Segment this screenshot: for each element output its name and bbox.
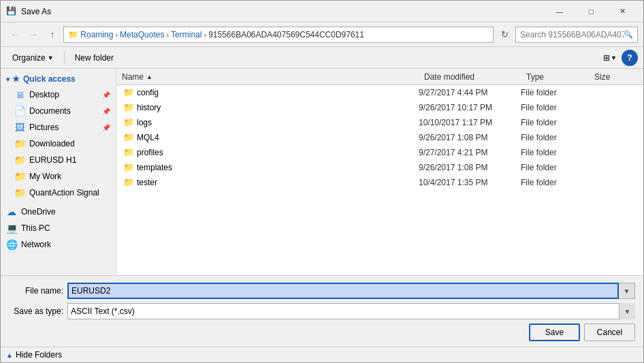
file-name-cell: tester bbox=[137, 178, 419, 187]
quick-access-header[interactable]: ▾ ★ Quick access bbox=[1, 72, 116, 86]
breadcrumb-metaquotes[interactable]: MetaQuotes bbox=[120, 30, 164, 40]
folder-icon: 📁 bbox=[123, 117, 134, 128]
sidebar-item-network[interactable]: 🌐 Network bbox=[1, 236, 116, 253]
address-bar: ← → ↑ 📁 Roaming › MetaQuotes › Terminal … bbox=[1, 22, 643, 47]
view-options-button[interactable]: ⊞ ▼ bbox=[600, 50, 620, 66]
refresh-button[interactable]: ↻ bbox=[496, 27, 513, 43]
col-header-size[interactable]: Size bbox=[589, 69, 643, 85]
help-button[interactable]: ? bbox=[622, 50, 638, 66]
table-row[interactable]: 📁 templates 9/26/2017 1:08 PM File folde… bbox=[116, 160, 643, 175]
sidebar-item-onedrive-label: OneDrive bbox=[21, 207, 56, 217]
save-as-type-row: Save as type: ASCII Text (*.csv) ▼ bbox=[9, 303, 635, 319]
col-header-type[interactable]: Type bbox=[521, 69, 589, 85]
sidebar-item-network-label: Network bbox=[21, 240, 51, 249]
save-as-type-select[interactable]: ASCII Text (*.csv) bbox=[67, 303, 635, 319]
search-input[interactable] bbox=[520, 30, 624, 40]
breadcrumb-sep-1: › bbox=[115, 31, 118, 39]
downloaded-icon: 📁 bbox=[14, 138, 25, 149]
pictures-pin-icon: 📌 bbox=[102, 124, 110, 131]
table-row[interactable]: 📁 history 9/26/2017 10:17 PM File folder bbox=[116, 100, 643, 115]
breadcrumb[interactable]: 📁 Roaming › MetaQuotes › Terminal › 9155… bbox=[63, 27, 494, 43]
quick-access-section: ▾ ★ Quick access 🖥 Desktop 📌 📄 Documents… bbox=[1, 72, 116, 201]
hide-folders-row[interactable]: ▲ Hide Folders bbox=[1, 347, 643, 362]
file-date-cell: 10/4/2017 1:35 PM bbox=[419, 178, 521, 187]
file-date-cell: 9/26/2017 10:17 PM bbox=[419, 103, 521, 112]
file-type-cell: File folder bbox=[521, 118, 589, 127]
table-row[interactable]: 📁 config 9/27/2017 4:44 PM File folder bbox=[116, 85, 643, 100]
desktop-pin-icon: 📌 bbox=[102, 91, 110, 99]
maximize-button[interactable]: □ bbox=[575, 1, 607, 22]
col-header-name[interactable]: Name ▲ bbox=[116, 69, 419, 85]
sidebar-item-downloaded[interactable]: 📁 Downloaded bbox=[1, 136, 116, 152]
sidebar-item-quantaction[interactable]: 📁 QuantAction Signal bbox=[1, 185, 116, 201]
sidebar-item-thispc[interactable]: 💻 This PC bbox=[1, 220, 116, 236]
mywork-icon: 📁 bbox=[14, 171, 25, 182]
organize-button[interactable]: Organize ▼ bbox=[6, 50, 60, 66]
folder-icon: 📁 bbox=[123, 162, 134, 173]
file-list-header: Name ▲ Date modified Type Size bbox=[116, 69, 643, 85]
breadcrumb-hash: 915566BA06ADA407569C544CC0D97611 bbox=[208, 30, 364, 40]
file-name-cell: templates bbox=[137, 163, 419, 172]
file-type-cell: File folder bbox=[521, 103, 589, 112]
save-as-dialog: 💾 Save As — □ ✕ ← → ↑ 📁 Roaming › MetaQu… bbox=[0, 0, 644, 363]
quantaction-icon: 📁 bbox=[14, 187, 25, 198]
folder-icon: 📁 bbox=[123, 102, 134, 113]
minimize-button[interactable]: — bbox=[544, 1, 575, 22]
toolbar-separator bbox=[64, 51, 65, 65]
file-type-cell: File folder bbox=[521, 163, 589, 172]
sidebar-item-downloaded-label: Downloaded bbox=[29, 139, 75, 148]
close-button[interactable]: ✕ bbox=[607, 1, 638, 22]
table-row[interactable]: 📁 MQL4 9/26/2017 1:08 PM File folder bbox=[116, 130, 643, 145]
table-row[interactable]: 📁 tester 10/4/2017 1:35 PM File folder bbox=[116, 175, 643, 190]
file-name-row: File name: ▼ bbox=[9, 283, 635, 299]
sidebar-item-mywork[interactable]: 📁 My Work bbox=[1, 168, 116, 185]
sort-arrow-icon: ▲ bbox=[146, 74, 152, 80]
file-name-cell: profiles bbox=[137, 148, 419, 157]
cancel-button[interactable]: Cancel bbox=[584, 323, 635, 341]
file-type-cell: File folder bbox=[521, 88, 589, 97]
file-name-input[interactable] bbox=[67, 283, 619, 299]
folder-icon: 📁 bbox=[123, 87, 134, 98]
forward-button[interactable]: → bbox=[25, 27, 42, 43]
file-name-cell: MQL4 bbox=[137, 133, 419, 142]
sidebar-item-documents[interactable]: 📄 Documents 📌 bbox=[1, 103, 116, 119]
network-icon: 🌐 bbox=[6, 239, 17, 250]
file-name-cell: logs bbox=[137, 118, 419, 127]
sidebar-item-pictures-label: Pictures bbox=[29, 123, 59, 132]
sidebar-item-onedrive[interactable]: ☁ OneDrive bbox=[1, 204, 116, 220]
back-button[interactable]: ← bbox=[6, 27, 22, 43]
sidebar-item-documents-label: Documents bbox=[29, 106, 71, 116]
table-row[interactable]: 📁 profiles 9/27/2017 4:21 PM File folder bbox=[116, 145, 643, 160]
sidebar-item-eurusd-label: EURUSD H1 bbox=[29, 155, 76, 165]
main-area: ▾ ★ Quick access 🖥 Desktop 📌 📄 Documents… bbox=[1, 69, 643, 275]
sidebar-item-desktop[interactable]: 🖥 Desktop 📌 bbox=[1, 86, 116, 103]
sidebar-item-thispc-label: This PC bbox=[21, 223, 50, 233]
sidebar-item-eurusd[interactable]: 📁 EURUSD H1 bbox=[1, 152, 116, 168]
breadcrumb-terminal[interactable]: Terminal bbox=[171, 30, 202, 40]
onedrive-icon: ☁ bbox=[6, 206, 17, 217]
breadcrumb-sep-2: › bbox=[166, 31, 169, 39]
title-bar-icon: 💾 bbox=[6, 6, 17, 17]
save-button[interactable]: Save bbox=[529, 323, 580, 341]
breadcrumb-roaming[interactable]: 📁 Roaming bbox=[68, 30, 113, 40]
view-chevron-icon: ▼ bbox=[611, 54, 617, 61]
folder-icon: 📁 bbox=[123, 177, 134, 188]
save-as-type-wrapper: ASCII Text (*.csv) ▼ bbox=[67, 303, 635, 319]
file-name-dropdown-button[interactable]: ▼ bbox=[619, 283, 635, 299]
breadcrumb-folder-icon: 📁 bbox=[68, 30, 78, 40]
toolbar: Organize ▼ New folder ⊞ ▼ ? bbox=[1, 47, 643, 69]
up-button[interactable]: ↑ bbox=[44, 27, 61, 43]
col-header-date[interactable]: Date modified bbox=[419, 69, 521, 85]
sidebar-item-pictures[interactable]: 🖼 Pictures 📌 bbox=[1, 119, 116, 136]
title-bar-text: Save As bbox=[21, 7, 544, 16]
file-name-label: File name: bbox=[9, 286, 63, 296]
file-date-cell: 10/10/2017 1:17 PM bbox=[419, 118, 521, 127]
table-row[interactable]: 📁 logs 10/10/2017 1:17 PM File folder bbox=[116, 115, 643, 130]
file-date-cell: 9/26/2017 1:08 PM bbox=[419, 133, 521, 142]
file-name-cell: config bbox=[137, 88, 419, 97]
hide-folders-chevron-icon: ▲ bbox=[6, 351, 13, 359]
file-name-input-wrapper: ▼ bbox=[67, 283, 635, 299]
new-folder-button[interactable]: New folder bbox=[69, 50, 120, 66]
save-as-type-label: Save as type: bbox=[9, 306, 63, 316]
breadcrumb-sep-3: › bbox=[204, 31, 206, 39]
